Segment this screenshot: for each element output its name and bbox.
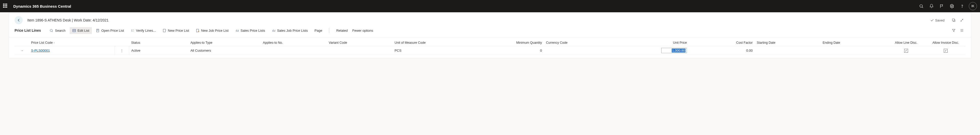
status-cell[interactable]: Active	[129, 46, 188, 55]
help-icon[interactable]	[957, 0, 967, 12]
filter-icon[interactable]	[950, 27, 957, 34]
search-icon[interactable]	[916, 0, 926, 12]
svg-line-1	[922, 7, 923, 8]
search-button[interactable]: Search	[47, 27, 68, 34]
app-launcher-icon[interactable]	[3, 3, 8, 9]
svg-line-7	[52, 31, 53, 32]
svg-rect-11	[97, 29, 99, 32]
toolbar-title: Price List Lines	[14, 28, 41, 32]
notifications-icon[interactable]	[926, 0, 937, 12]
row-menu-icon[interactable]: ⋮	[120, 48, 124, 52]
allow-line-disc-checkbox[interactable]	[904, 49, 908, 53]
breadcrumb: Item 1896-S ATHENS Desk | Work Date: 4/1…	[27, 18, 108, 22]
col-unit-price[interactable]: Unit Price	[610, 39, 689, 46]
saved-indicator: Saved	[930, 18, 945, 22]
col-ending-date[interactable]: Ending Date	[821, 39, 886, 46]
col-allow-line-disc[interactable]: Allow Line Disc.	[886, 39, 926, 46]
col-applies-to-no[interactable]: Applies-to No.	[261, 39, 327, 46]
col-variant-code[interactable]: Variant Code	[327, 39, 393, 46]
col-uom[interactable]: Unit of Measure Code	[393, 39, 465, 46]
starting-date-cell[interactable]	[755, 46, 821, 55]
variant-code-cell[interactable]	[327, 46, 393, 55]
col-currency[interactable]: Currency Code	[544, 39, 610, 46]
svg-rect-8	[73, 29, 76, 32]
list-view-icon[interactable]	[958, 27, 966, 34]
svg-point-2	[951, 6, 953, 7]
col-applies-to-type[interactable]: Applies-to Type	[188, 39, 261, 46]
price-list-code-cell[interactable]: S-PLS00001	[31, 48, 50, 52]
popout-icon[interactable]	[950, 17, 957, 24]
verify-lines-button[interactable]: Verify Lines...	[128, 27, 159, 34]
sales-job-price-lists-button[interactable]: Sales Job Price Lists	[269, 27, 310, 34]
svg-point-0	[920, 5, 923, 7]
uom-cell[interactable]: PCS	[393, 46, 465, 55]
applies-to-type-cell[interactable]: All Customers	[188, 46, 261, 55]
cost-factor-cell[interactable]: 0.00	[689, 46, 755, 55]
current-row-arrow-icon: →	[14, 46, 29, 55]
min-qty-cell[interactable]: 0	[465, 46, 544, 55]
col-starting-date[interactable]: Starting Date	[755, 39, 821, 46]
related-link[interactable]: Related	[336, 29, 348, 32]
table-row[interactable]: → S-PLS00001 ⋮ Active All Customers PCS …	[14, 46, 966, 55]
page-menu[interactable]: Page	[312, 27, 325, 34]
ending-date-cell[interactable]	[821, 46, 886, 55]
open-price-list-button[interactable]: Open Price List	[94, 27, 127, 34]
collapse-icon[interactable]	[958, 17, 966, 24]
new-price-list-button[interactable]: New Price List	[160, 27, 192, 34]
flag-icon[interactable]	[937, 0, 947, 12]
col-status[interactable]: Status	[129, 39, 188, 46]
fewer-options-link[interactable]: Fewer options	[352, 29, 373, 32]
col-min-qty[interactable]: Minimum Quantity	[465, 39, 544, 46]
col-allow-invoice-disc[interactable]: Allow Invoice Disc.	[926, 39, 966, 46]
applies-to-no-cell[interactable]	[261, 46, 327, 55]
back-button[interactable]	[14, 16, 23, 24]
settings-icon[interactable]	[947, 0, 957, 12]
app-title: Dynamics 365 Business Central	[13, 4, 71, 8]
svg-rect-5	[953, 19, 955, 21]
col-price-list-code[interactable]: Price List Code↑	[29, 39, 115, 46]
saved-label: Saved	[935, 18, 945, 22]
svg-rect-14	[163, 29, 165, 32]
allow-invoice-disc-checkbox[interactable]	[944, 49, 948, 53]
edit-list-button[interactable]: Edit List	[70, 27, 92, 34]
currency-cell[interactable]	[544, 46, 610, 55]
unit-price-input[interactable]: 1,000.80	[661, 48, 687, 53]
new-job-price-list-button[interactable]: New Job Price List	[193, 27, 231, 34]
sales-price-lists-button[interactable]: Sales Price Lists	[233, 27, 268, 34]
svg-point-6	[50, 29, 52, 31]
user-avatar[interactable]: IK	[969, 2, 977, 10]
col-cost-factor[interactable]: Cost Factor	[689, 39, 755, 46]
price-list-grid: Price List Code↑ Status Applies-to Type …	[14, 39, 966, 55]
